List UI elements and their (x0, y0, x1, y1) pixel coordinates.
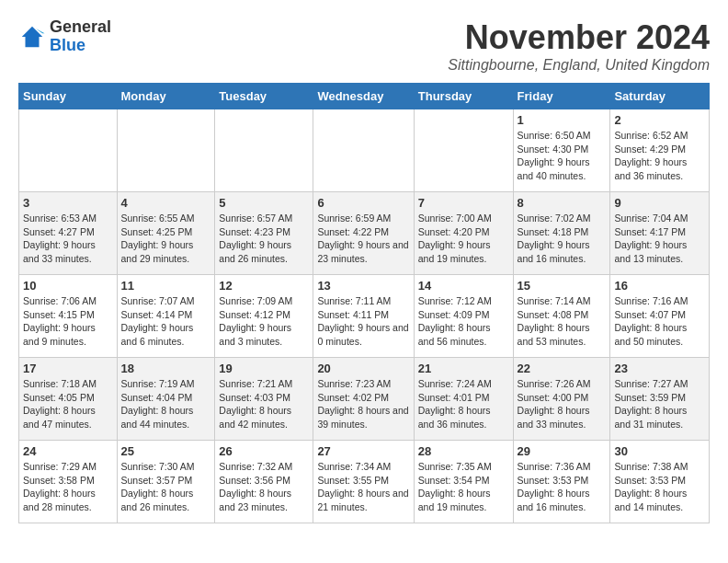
calendar-cell: 3Sunrise: 6:53 AM Sunset: 4:27 PM Daylig… (19, 192, 118, 275)
day-number: 3 (23, 196, 113, 210)
day-info: Sunrise: 7:14 AM Sunset: 4:08 PM Dayligh… (518, 294, 607, 349)
calendar-cell: 17Sunrise: 7:18 AM Sunset: 4:05 PM Dayli… (19, 358, 118, 441)
day-number: 6 (317, 196, 409, 210)
calendar-cell: 15Sunrise: 7:14 AM Sunset: 4:08 PM Dayli… (513, 275, 610, 358)
header-tuesday: Tuesday (215, 84, 313, 109)
day-info: Sunrise: 7:02 AM Sunset: 4:18 PM Dayligh… (518, 212, 607, 266)
day-number: 13 (317, 279, 409, 293)
day-info: Sunrise: 7:07 AM Sunset: 4:14 PM Dayligh… (121, 294, 211, 349)
page-header: General Blue November 2024 Sittingbourne… (18, 18, 710, 74)
day-number: 21 (418, 362, 509, 375)
day-info: Sunrise: 6:50 AM Sunset: 4:30 PM Dayligh… (518, 129, 607, 183)
day-number: 16 (614, 279, 705, 293)
day-number: 11 (121, 279, 211, 293)
day-number: 18 (121, 362, 211, 375)
calendar-cell: 1Sunrise: 6:50 AM Sunset: 4:30 PM Daylig… (513, 109, 610, 192)
calendar-cell: 24Sunrise: 7:29 AM Sunset: 3:58 PM Dayli… (19, 441, 118, 523)
day-number: 2 (614, 113, 705, 127)
header-sunday: Sunday (19, 84, 118, 109)
calendar-table: SundayMondayTuesdayWednesdayThursdayFrid… (18, 83, 710, 523)
calendar-cell (414, 109, 513, 192)
header-saturday: Saturday (610, 84, 710, 109)
calendar-cell: 4Sunrise: 6:55 AM Sunset: 4:25 PM Daylig… (117, 192, 215, 275)
day-info: Sunrise: 7:16 AM Sunset: 4:07 PM Dayligh… (614, 294, 705, 349)
location: Sittingbourne, England, United Kingdom (448, 57, 710, 74)
calendar-cell: 11Sunrise: 7:07 AM Sunset: 4:14 PM Dayli… (117, 275, 215, 358)
day-info: Sunrise: 7:24 AM Sunset: 4:01 PM Dayligh… (418, 377, 509, 431)
calendar-cell: 6Sunrise: 6:59 AM Sunset: 4:22 PM Daylig… (313, 192, 414, 275)
day-info: Sunrise: 7:29 AM Sunset: 3:58 PM Dayligh… (23, 460, 113, 514)
calendar-cell (313, 109, 414, 192)
day-info: Sunrise: 7:30 AM Sunset: 3:57 PM Dayligh… (121, 460, 211, 514)
calendar-cell: 20Sunrise: 7:23 AM Sunset: 4:02 PM Dayli… (313, 358, 414, 441)
day-info: Sunrise: 6:52 AM Sunset: 4:29 PM Dayligh… (614, 129, 705, 183)
calendar-cell: 27Sunrise: 7:34 AM Sunset: 3:55 PM Dayli… (313, 441, 414, 523)
logo-general: General (50, 18, 111, 37)
calendar-cell (215, 109, 313, 192)
day-info: Sunrise: 7:18 AM Sunset: 4:05 PM Dayligh… (23, 377, 113, 431)
day-info: Sunrise: 6:53 AM Sunset: 4:27 PM Dayligh… (23, 212, 113, 266)
day-info: Sunrise: 6:55 AM Sunset: 4:25 PM Dayligh… (121, 212, 211, 266)
calendar-cell: 9Sunrise: 7:04 AM Sunset: 4:17 PM Daylig… (610, 192, 710, 275)
calendar-cell: 25Sunrise: 7:30 AM Sunset: 3:57 PM Dayli… (117, 441, 215, 523)
calendar-cell: 26Sunrise: 7:32 AM Sunset: 3:56 PM Dayli… (215, 441, 313, 523)
month-title: November 2024 (448, 18, 710, 57)
day-number: 5 (219, 196, 309, 210)
day-number: 24 (23, 444, 113, 458)
calendar-cell: 21Sunrise: 7:24 AM Sunset: 4:01 PM Dayli… (414, 358, 513, 441)
day-number: 9 (614, 196, 705, 210)
logo-text: General Blue (50, 18, 111, 55)
calendar-week-5: 24Sunrise: 7:29 AM Sunset: 3:58 PM Dayli… (19, 441, 710, 523)
calendar-cell (19, 109, 118, 192)
calendar-cell: 18Sunrise: 7:19 AM Sunset: 4:04 PM Dayli… (117, 358, 215, 441)
logo: General Blue (18, 18, 111, 55)
day-number: 19 (219, 362, 309, 375)
day-info: Sunrise: 7:38 AM Sunset: 3:53 PM Dayligh… (614, 460, 705, 514)
calendar-header-row: SundayMondayTuesdayWednesdayThursdayFrid… (19, 84, 710, 109)
day-number: 1 (518, 113, 607, 127)
day-info: Sunrise: 7:09 AM Sunset: 4:12 PM Dayligh… (219, 294, 309, 349)
day-number: 10 (23, 279, 113, 293)
calendar-cell: 22Sunrise: 7:26 AM Sunset: 4:00 PM Dayli… (513, 358, 610, 441)
header-wednesday: Wednesday (313, 84, 414, 109)
calendar-cell (117, 109, 215, 192)
logo-blue: Blue (50, 37, 111, 55)
day-info: Sunrise: 7:34 AM Sunset: 3:55 PM Dayligh… (317, 460, 409, 514)
calendar-cell: 30Sunrise: 7:38 AM Sunset: 3:53 PM Dayli… (610, 441, 710, 523)
day-info: Sunrise: 6:59 AM Sunset: 4:22 PM Dayligh… (317, 212, 409, 266)
calendar-cell: 19Sunrise: 7:21 AM Sunset: 4:03 PM Dayli… (215, 358, 313, 441)
day-number: 30 (614, 444, 705, 458)
day-info: Sunrise: 7:26 AM Sunset: 4:00 PM Dayligh… (518, 377, 607, 431)
calendar-cell: 10Sunrise: 7:06 AM Sunset: 4:15 PM Dayli… (19, 275, 118, 358)
header-thursday: Thursday (414, 84, 513, 109)
day-number: 8 (518, 196, 607, 210)
day-info: Sunrise: 7:12 AM Sunset: 4:09 PM Dayligh… (418, 294, 509, 349)
header-friday: Friday (513, 84, 610, 109)
day-number: 17 (23, 362, 113, 375)
calendar-cell: 23Sunrise: 7:27 AM Sunset: 3:59 PM Dayli… (610, 358, 710, 441)
day-number: 26 (219, 444, 309, 458)
calendar-week-1: 1Sunrise: 6:50 AM Sunset: 4:30 PM Daylig… (19, 109, 710, 192)
day-info: Sunrise: 7:11 AM Sunset: 4:11 PM Dayligh… (317, 294, 409, 349)
day-number: 23 (614, 362, 705, 375)
day-info: Sunrise: 7:36 AM Sunset: 3:53 PM Dayligh… (518, 460, 607, 514)
day-info: Sunrise: 7:32 AM Sunset: 3:56 PM Dayligh… (219, 460, 309, 514)
day-info: Sunrise: 7:35 AM Sunset: 3:54 PM Dayligh… (418, 460, 509, 514)
header-monday: Monday (117, 84, 215, 109)
day-info: Sunrise: 6:57 AM Sunset: 4:23 PM Dayligh… (219, 212, 309, 266)
calendar-cell: 5Sunrise: 6:57 AM Sunset: 4:23 PM Daylig… (215, 192, 313, 275)
calendar-week-3: 10Sunrise: 7:06 AM Sunset: 4:15 PM Dayli… (19, 275, 710, 358)
day-info: Sunrise: 7:04 AM Sunset: 4:17 PM Dayligh… (614, 212, 705, 266)
day-number: 4 (121, 196, 211, 210)
title-section: November 2024 Sittingbourne, England, Un… (448, 18, 710, 74)
day-number: 27 (317, 444, 409, 458)
calendar-cell: 13Sunrise: 7:11 AM Sunset: 4:11 PM Dayli… (313, 275, 414, 358)
calendar-cell: 16Sunrise: 7:16 AM Sunset: 4:07 PM Dayli… (610, 275, 710, 358)
day-info: Sunrise: 7:06 AM Sunset: 4:15 PM Dayligh… (23, 294, 113, 349)
day-number: 20 (317, 362, 409, 375)
day-info: Sunrise: 7:19 AM Sunset: 4:04 PM Dayligh… (121, 377, 211, 431)
calendar-cell: 28Sunrise: 7:35 AM Sunset: 3:54 PM Dayli… (414, 441, 513, 523)
calendar-week-4: 17Sunrise: 7:18 AM Sunset: 4:05 PM Dayli… (19, 358, 710, 441)
calendar-cell: 7Sunrise: 7:00 AM Sunset: 4:20 PM Daylig… (414, 192, 513, 275)
day-number: 7 (418, 196, 509, 210)
